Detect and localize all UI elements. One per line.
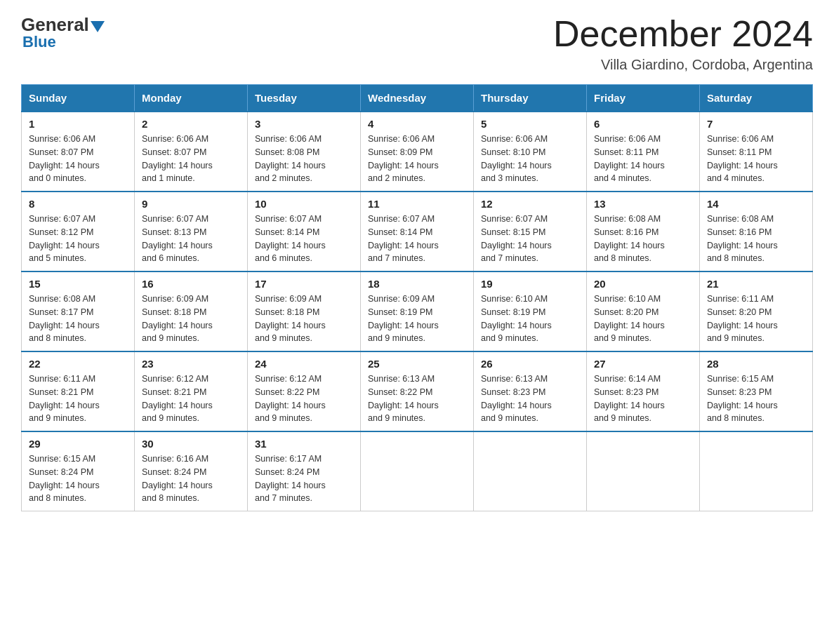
day-info: Sunrise: 6:08 AMSunset: 8:17 PMDaylight:… bbox=[29, 294, 100, 343]
calendar-cell: 12 Sunrise: 6:07 AMSunset: 8:15 PMDaylig… bbox=[474, 192, 587, 271]
week-row-1: 1 Sunrise: 6:06 AMSunset: 8:07 PMDayligh… bbox=[22, 112, 813, 192]
day-number: 31 bbox=[255, 438, 353, 450]
day-number: 24 bbox=[255, 358, 353, 370]
day-number: 16 bbox=[142, 278, 240, 290]
day-info: Sunrise: 6:10 AMSunset: 8:19 PMDaylight:… bbox=[481, 294, 552, 343]
page-header: General Blue December 2024 Villa Giardin… bbox=[21, 14, 813, 73]
calendar-cell: 15 Sunrise: 6:08 AMSunset: 8:17 PMDaylig… bbox=[22, 271, 135, 351]
day-info: Sunrise: 6:14 AMSunset: 8:23 PMDaylight:… bbox=[594, 374, 665, 423]
day-info: Sunrise: 6:06 AMSunset: 8:07 PMDaylight:… bbox=[142, 134, 213, 183]
calendar-cell: 2 Sunrise: 6:06 AMSunset: 8:07 PMDayligh… bbox=[135, 112, 248, 192]
week-row-2: 8 Sunrise: 6:07 AMSunset: 8:12 PMDayligh… bbox=[22, 192, 813, 271]
day-info: Sunrise: 6:16 AMSunset: 8:24 PMDaylight:… bbox=[142, 454, 213, 503]
day-number: 20 bbox=[594, 278, 692, 290]
calendar-cell: 8 Sunrise: 6:07 AMSunset: 8:12 PMDayligh… bbox=[22, 192, 135, 271]
title-area: December 2024 Villa Giardino, Cordoba, A… bbox=[553, 14, 813, 73]
column-header-sunday: Sunday bbox=[22, 85, 135, 112]
calendar-cell: 25 Sunrise: 6:13 AMSunset: 8:22 PMDaylig… bbox=[361, 351, 474, 431]
day-number: 21 bbox=[707, 278, 805, 290]
day-info: Sunrise: 6:08 AMSunset: 8:16 PMDaylight:… bbox=[707, 214, 778, 263]
day-number: 27 bbox=[594, 358, 692, 370]
day-number: 18 bbox=[368, 278, 466, 290]
day-number: 25 bbox=[368, 358, 466, 370]
day-number: 30 bbox=[142, 438, 240, 450]
column-header-tuesday: Tuesday bbox=[248, 85, 361, 112]
calendar-cell: 28 Sunrise: 6:15 AMSunset: 8:23 PMDaylig… bbox=[700, 351, 813, 431]
day-info: Sunrise: 6:13 AMSunset: 8:22 PMDaylight:… bbox=[368, 374, 439, 423]
day-number: 17 bbox=[255, 278, 353, 290]
day-number: 28 bbox=[707, 358, 805, 370]
day-info: Sunrise: 6:06 AMSunset: 8:07 PMDaylight:… bbox=[29, 134, 100, 183]
week-row-5: 29 Sunrise: 6:15 AMSunset: 8:24 PMDaylig… bbox=[22, 431, 813, 511]
calendar-cell: 16 Sunrise: 6:09 AMSunset: 8:18 PMDaylig… bbox=[135, 271, 248, 351]
day-number: 11 bbox=[368, 198, 466, 210]
week-row-4: 22 Sunrise: 6:11 AMSunset: 8:21 PMDaylig… bbox=[22, 351, 813, 431]
calendar-cell: 11 Sunrise: 6:07 AMSunset: 8:14 PMDaylig… bbox=[361, 192, 474, 271]
calendar-cell: 23 Sunrise: 6:12 AMSunset: 8:21 PMDaylig… bbox=[135, 351, 248, 431]
calendar-cell: 17 Sunrise: 6:09 AMSunset: 8:18 PMDaylig… bbox=[248, 271, 361, 351]
week-row-3: 15 Sunrise: 6:08 AMSunset: 8:17 PMDaylig… bbox=[22, 271, 813, 351]
day-info: Sunrise: 6:09 AMSunset: 8:18 PMDaylight:… bbox=[142, 294, 213, 343]
day-info: Sunrise: 6:15 AMSunset: 8:24 PMDaylight:… bbox=[29, 454, 100, 503]
column-header-friday: Friday bbox=[587, 85, 700, 112]
day-info: Sunrise: 6:13 AMSunset: 8:23 PMDaylight:… bbox=[481, 374, 552, 423]
day-info: Sunrise: 6:12 AMSunset: 8:21 PMDaylight:… bbox=[142, 374, 213, 423]
calendar-cell: 14 Sunrise: 6:08 AMSunset: 8:16 PMDaylig… bbox=[700, 192, 813, 271]
day-info: Sunrise: 6:07 AMSunset: 8:13 PMDaylight:… bbox=[142, 214, 213, 263]
subtitle: Villa Giardino, Cordoba, Argentina bbox=[553, 57, 813, 73]
day-number: 7 bbox=[707, 118, 805, 130]
day-number: 10 bbox=[255, 198, 353, 210]
day-info: Sunrise: 6:11 AMSunset: 8:21 PMDaylight:… bbox=[29, 374, 100, 423]
logo: General Blue bbox=[21, 14, 105, 51]
logo-triangle-icon bbox=[91, 21, 105, 32]
calendar-cell bbox=[700, 431, 813, 511]
calendar-cell: 9 Sunrise: 6:07 AMSunset: 8:13 PMDayligh… bbox=[135, 192, 248, 271]
column-header-saturday: Saturday bbox=[700, 85, 813, 112]
day-info: Sunrise: 6:06 AMSunset: 8:08 PMDaylight:… bbox=[255, 134, 326, 183]
day-number: 6 bbox=[594, 118, 692, 130]
day-info: Sunrise: 6:11 AMSunset: 8:20 PMDaylight:… bbox=[707, 294, 778, 343]
logo-blue-text: Blue bbox=[22, 33, 56, 51]
calendar-cell: 4 Sunrise: 6:06 AMSunset: 8:09 PMDayligh… bbox=[361, 112, 474, 192]
calendar-cell bbox=[474, 431, 587, 511]
day-info: Sunrise: 6:08 AMSunset: 8:16 PMDaylight:… bbox=[594, 214, 665, 263]
column-header-wednesday: Wednesday bbox=[361, 85, 474, 112]
calendar-cell: 27 Sunrise: 6:14 AMSunset: 8:23 PMDaylig… bbox=[587, 351, 700, 431]
calendar-cell: 5 Sunrise: 6:06 AMSunset: 8:10 PMDayligh… bbox=[474, 112, 587, 192]
calendar-cell bbox=[587, 431, 700, 511]
day-info: Sunrise: 6:06 AMSunset: 8:10 PMDaylight:… bbox=[481, 134, 552, 183]
calendar-cell bbox=[361, 431, 474, 511]
calendar-cell: 24 Sunrise: 6:12 AMSunset: 8:22 PMDaylig… bbox=[248, 351, 361, 431]
day-info: Sunrise: 6:06 AMSunset: 8:09 PMDaylight:… bbox=[368, 134, 439, 183]
calendar-cell: 6 Sunrise: 6:06 AMSunset: 8:11 PMDayligh… bbox=[587, 112, 700, 192]
day-number: 23 bbox=[142, 358, 240, 370]
day-info: Sunrise: 6:06 AMSunset: 8:11 PMDaylight:… bbox=[707, 134, 778, 183]
main-title: December 2024 bbox=[553, 14, 813, 54]
day-number: 5 bbox=[481, 118, 579, 130]
day-info: Sunrise: 6:15 AMSunset: 8:23 PMDaylight:… bbox=[707, 374, 778, 423]
calendar-cell: 19 Sunrise: 6:10 AMSunset: 8:19 PMDaylig… bbox=[474, 271, 587, 351]
calendar-cell: 3 Sunrise: 6:06 AMSunset: 8:08 PMDayligh… bbox=[248, 112, 361, 192]
day-info: Sunrise: 6:09 AMSunset: 8:19 PMDaylight:… bbox=[368, 294, 439, 343]
calendar-cell: 18 Sunrise: 6:09 AMSunset: 8:19 PMDaylig… bbox=[361, 271, 474, 351]
day-number: 13 bbox=[594, 198, 692, 210]
day-number: 8 bbox=[29, 198, 127, 210]
day-number: 4 bbox=[368, 118, 466, 130]
day-number: 14 bbox=[707, 198, 805, 210]
day-info: Sunrise: 6:10 AMSunset: 8:20 PMDaylight:… bbox=[594, 294, 665, 343]
calendar-header-row: SundayMondayTuesdayWednesdayThursdayFrid… bbox=[22, 85, 813, 112]
day-info: Sunrise: 6:07 AMSunset: 8:12 PMDaylight:… bbox=[29, 214, 100, 263]
calendar-table: SundayMondayTuesdayWednesdayThursdayFrid… bbox=[21, 84, 813, 511]
day-number: 29 bbox=[29, 438, 127, 450]
calendar-cell: 22 Sunrise: 6:11 AMSunset: 8:21 PMDaylig… bbox=[22, 351, 135, 431]
day-number: 22 bbox=[29, 358, 127, 370]
calendar-cell: 10 Sunrise: 6:07 AMSunset: 8:14 PMDaylig… bbox=[248, 192, 361, 271]
calendar-cell: 31 Sunrise: 6:17 AMSunset: 8:24 PMDaylig… bbox=[248, 431, 361, 511]
day-info: Sunrise: 6:17 AMSunset: 8:24 PMDaylight:… bbox=[255, 454, 326, 503]
day-number: 2 bbox=[142, 118, 240, 130]
day-info: Sunrise: 6:09 AMSunset: 8:18 PMDaylight:… bbox=[255, 294, 326, 343]
column-header-monday: Monday bbox=[135, 85, 248, 112]
day-number: 19 bbox=[481, 278, 579, 290]
day-info: Sunrise: 6:07 AMSunset: 8:15 PMDaylight:… bbox=[481, 214, 552, 263]
day-number: 3 bbox=[255, 118, 353, 130]
